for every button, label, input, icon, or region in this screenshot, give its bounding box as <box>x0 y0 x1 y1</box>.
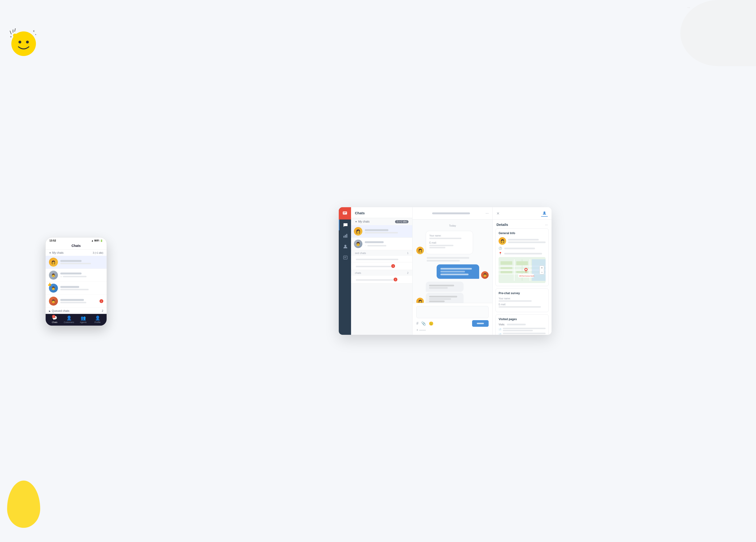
zoom-in-btn[interactable]: + <box>540 266 544 270</box>
notif-badge-4: 1 <box>100 299 103 303</box>
bubble-incoming-2a <box>426 281 464 292</box>
chat-item-info-2: ··· <box>365 241 409 247</box>
bubble-incoming-2b <box>426 293 464 303</box>
mobile-chat-info-2: ··· <box>60 272 103 278</box>
svg-rect-13 <box>345 235 346 238</box>
time-bar <box>504 248 535 249</box>
chat-input-area: # 📎 🙂 + —— <box>413 303 492 335</box>
sidebar-item-tickets[interactable] <box>339 252 351 263</box>
zoom-out-btn[interactable]: − <box>540 270 544 274</box>
svg-point-33 <box>525 269 527 270</box>
attachment-icon[interactable]: 📎 <box>421 321 426 326</box>
chat-item-4[interactable]: 1 <box>351 262 412 270</box>
hashtag-icon[interactable]: # <box>416 321 418 326</box>
profile-tab-button[interactable] <box>541 210 548 217</box>
other-chats-header: chats2 <box>351 270 412 276</box>
more-options-button[interactable]: ··· <box>486 211 489 216</box>
mobile-avatar-4: 👨 <box>49 297 58 306</box>
map-zoom-controls: + − <box>539 266 544 274</box>
message-incoming-form: 👩 Your name: E-mail: <box>416 231 489 254</box>
svg-text:228 Park Avenue South: 228 Park Avenue South <box>519 275 534 277</box>
customer-name-bars <box>508 239 546 243</box>
message-input-box[interactable] <box>416 306 489 318</box>
name-value-bar <box>429 238 461 239</box>
customers-tab-label: Customers <box>64 321 74 323</box>
chat-list-panel: Chats ▼ My chats 3 (+1 idle) 👩 👨 <box>351 207 413 335</box>
page-icon-1: 📄 <box>499 328 501 331</box>
mobile-chat-item-4[interactable]: 👨 1 <box>46 295 107 308</box>
mobile-avatar-2: 👨 <box>49 271 58 280</box>
svg-point-1 <box>18 41 21 44</box>
send-button[interactable] <box>472 320 489 327</box>
svg-rect-28 <box>516 261 528 265</box>
svg-text:+: + <box>35 33 36 36</box>
map-container: 228 Park Avenue South + − <box>499 257 546 283</box>
profile-tab-label: Profile <box>95 321 101 323</box>
chat-item-3[interactable] <box>351 256 412 262</box>
mobile-chat-item-2[interactable]: 👨 ··· <box>46 269 107 282</box>
phone-tab-chats[interactable]: 💬 2 Chats <box>49 315 61 323</box>
svg-rect-26 <box>501 267 513 269</box>
phone-tab-profile[interactable]: 👤 Profile <box>92 315 104 323</box>
mobile-avatar-1: 👩 <box>49 258 58 267</box>
chat-header: ··· <box>413 207 492 220</box>
chat-avatar-1: 👩 <box>354 227 362 236</box>
emoji-icon[interactable]: 🙂 <box>429 321 434 326</box>
location-row: 📍 <box>499 252 546 255</box>
mobile-chat-item-1[interactable]: 👩 <box>46 256 107 269</box>
bubble-outgoing-1 <box>437 265 479 279</box>
phone-tab-agents[interactable]: 👥 Agents <box>77 315 89 323</box>
chat-item-5[interactable]: 1 <box>351 276 412 283</box>
pre-chat-email-bar <box>499 306 541 307</box>
page-bar-2a <box>503 333 546 334</box>
agents-tab-icon: 👥 <box>81 315 86 320</box>
svg-rect-10 <box>343 212 346 213</box>
svg-point-2 <box>26 41 29 44</box>
svg-rect-29 <box>516 271 528 273</box>
mobile-phone-mockup: 13:52 ▲WiFi🔋 Chats ▼ My chats 3 (+1 idle… <box>45 238 107 326</box>
expand-icon[interactable]: + —— <box>416 328 426 332</box>
chat-messages: Today 👩 Your name: E-mail: <box>413 220 492 303</box>
page-bar-1b <box>503 330 533 331</box>
general-info-card: General Info 👩 🕐 📍 <box>495 229 549 286</box>
your-name-label: Your name: <box>429 235 469 237</box>
chat-item-active[interactable]: 👩 <box>351 225 412 238</box>
profile-tab-icon: 👤 <box>95 315 100 320</box>
chat-item-2[interactable]: 👨 ··· <box>351 238 412 250</box>
sidebar-item-customers[interactable] <box>339 241 351 252</box>
pre-chat-email-label: E-mail: <box>499 303 546 306</box>
details-title: Details <box>496 223 508 227</box>
mobile-avatar-3: 👨 👍 <box>49 284 58 293</box>
agent-avatar-1: 👨 <box>481 271 489 279</box>
mobile-chat-item-3[interactable]: 👨 👍 <box>46 282 107 295</box>
svg-rect-25 <box>501 261 513 265</box>
mobile-chat-info-1 <box>60 260 103 265</box>
mobile-chat-info-4 <box>60 299 100 303</box>
details-more-button[interactable]: ··· <box>545 223 548 227</box>
form-bubble: Your name: E-mail: <box>426 231 473 254</box>
date-divider: Today <box>416 224 489 227</box>
input-toolbar: # 📎 🙂 <box>416 320 489 327</box>
phone-tab-customers[interactable]: 👤 Customers <box>63 315 75 323</box>
chat-list-header: Chats <box>351 207 412 218</box>
phone-title: Chats <box>46 243 107 250</box>
svg-rect-9 <box>343 212 347 215</box>
chat-item-info-1 <box>365 229 409 234</box>
smiley-decoration: x + + <box>9 28 38 57</box>
email-value-bar <box>429 245 453 246</box>
sidebar-item-chats[interactable] <box>339 220 351 231</box>
close-button[interactable]: ✕ <box>496 211 500 216</box>
visits-bar <box>507 324 526 325</box>
customer-avatar: 👩 <box>499 237 506 245</box>
pre-chat-title: Pre-chat survey <box>499 291 546 295</box>
message-incoming-2: 👩 <box>416 281 489 303</box>
sidebar <box>339 207 351 335</box>
message-outgoing-1: 👨 <box>416 265 489 279</box>
svg-line-3 <box>10 31 11 34</box>
sidebar-logo[interactable] <box>339 207 351 220</box>
chat-main: ··· Today 👩 Your name: E-mail: <box>413 207 492 335</box>
form-field-email: E-mail: <box>429 242 469 248</box>
sender-avatar-2: 👩 <box>416 298 424 303</box>
sidebar-item-reports[interactable] <box>339 231 351 241</box>
form-field-name: Your name: <box>429 235 469 239</box>
